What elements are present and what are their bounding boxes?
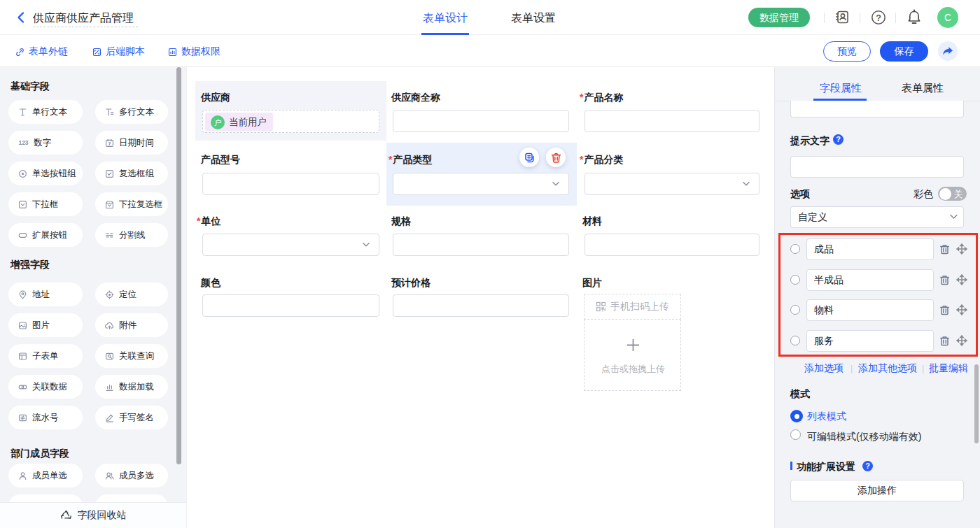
- svg-text:?: ?: [876, 13, 881, 23]
